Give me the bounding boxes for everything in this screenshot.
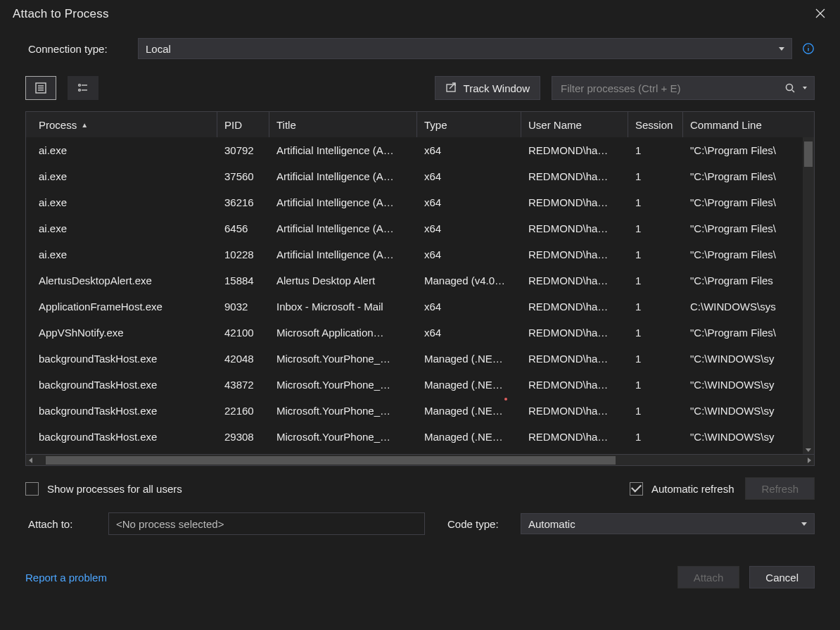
cell-command: "C:\Program Files\ [683, 327, 798, 339]
column-title[interactable]: Title [269, 112, 417, 137]
cell-process: ai.exe [26, 170, 217, 182]
table-row[interactable]: AppVShNotify.exe42100Microsoft Applicati… [26, 320, 814, 346]
connection-type-label: Connection type: [28, 43, 128, 55]
cell-session: 1 [628, 196, 683, 208]
table-body: ai.exe30792Artificial Intelligence (A…x6… [26, 137, 814, 454]
cell-user: REDMOND\ha… [521, 301, 628, 313]
table-row[interactable]: ApplicationFrameHost.exe9032Inbox - Micr… [26, 294, 814, 320]
chevron-right-icon[interactable] [808, 458, 811, 463]
filter-processes-input[interactable] [559, 82, 777, 95]
cell-title: Artificial Intelligence (A… [269, 222, 417, 234]
column-session[interactable]: Session [628, 112, 683, 137]
cell-process: ai.exe [26, 196, 217, 208]
cell-title: Microsoft Application… [269, 327, 417, 339]
vertical-scrollbar[interactable] [803, 137, 814, 454]
scrollbar-thumb[interactable] [804, 141, 813, 167]
cell-session: 1 [628, 405, 683, 417]
cell-title: Artificial Intelligence (A… [269, 144, 417, 156]
cell-user: REDMOND\ha… [521, 379, 628, 391]
search-icon [784, 82, 796, 94]
cell-command: "C:\Program Files\ [683, 170, 798, 182]
scrollbar-thumb[interactable] [46, 456, 616, 465]
table-row[interactable]: ai.exe30792Artificial Intelligence (A…x6… [26, 137, 814, 163]
cancel-button[interactable]: Cancel [749, 566, 815, 588]
table-row[interactable]: backgroundTaskHost.exe43872Microsoft.You… [26, 372, 814, 398]
table-row[interactable]: AlertusDesktopAlert.exe15884Alertus Desk… [26, 267, 814, 294]
cell-command: "C:\WINDOWS\sy [683, 379, 798, 391]
attach-to-label: Attach to: [28, 518, 98, 530]
automatic-refresh-checkbox[interactable]: Automatic refresh [630, 482, 734, 496]
table-row[interactable]: backgroundTaskHost.exe42048Microsoft.You… [26, 346, 814, 372]
cell-title: Alertus Desktop Alert [269, 275, 417, 286]
code-type-value: Automatic [528, 518, 575, 530]
svg-point-4 [808, 46, 808, 46]
column-process[interactable]: Process▲ [26, 112, 217, 137]
table-row[interactable]: ai.exe37560Artificial Intelligence (A…x6… [26, 163, 814, 189]
table-row[interactable]: ai.exe36216Artificial Intelligence (A…x6… [26, 189, 814, 215]
cell-title: Microsoft.YourPhone_… [269, 431, 417, 443]
close-icon[interactable] [815, 8, 827, 20]
cell-pid: 6456 [217, 222, 269, 234]
table-header: Process▲ PID Title Type User Name Sessio… [26, 112, 814, 137]
cell-title: Microsoft.YourPhone_… [269, 379, 417, 391]
cell-process: ai.exe [26, 144, 217, 156]
column-type[interactable]: Type [417, 112, 521, 137]
attach-to-field[interactable]: <No process selected> [108, 512, 425, 535]
cell-title: Artificial Intelligence (A… [269, 196, 417, 208]
track-window-button[interactable]: Track Window [435, 76, 540, 100]
cell-process: ai.exe [26, 248, 217, 260]
code-type-label: Code type: [447, 518, 511, 530]
report-problem-link[interactable]: Report a problem [25, 572, 107, 584]
cell-user: REDMOND\ha… [521, 196, 628, 208]
cell-user: REDMOND\ha… [521, 248, 628, 260]
cell-pid: 42048 [217, 353, 269, 365]
chevron-down-icon[interactable] [806, 448, 811, 452]
connection-type-dropdown[interactable]: Local [138, 38, 792, 59]
column-user-name[interactable]: User Name [521, 112, 628, 137]
cell-session: 1 [628, 379, 683, 391]
column-command-line[interactable]: Command Line [683, 112, 798, 137]
table-row[interactable]: backgroundTaskHost.exe22160Microsoft.You… [26, 398, 814, 424]
cell-session: 1 [628, 170, 683, 182]
cell-pid: 10228 [217, 248, 269, 260]
cell-session: 1 [628, 222, 683, 234]
cell-user: REDMOND\ha… [521, 170, 628, 182]
filter-processes-box[interactable] [552, 76, 815, 100]
checkbox-icon [25, 482, 39, 496]
cell-title: Artificial Intelligence (A… [269, 170, 417, 182]
cell-type: x64 [417, 222, 521, 234]
table-row[interactable]: backgroundTaskHost.exe29308Microsoft.You… [26, 424, 814, 450]
cell-type: x64 [417, 196, 521, 208]
cell-pid: 42100 [217, 327, 269, 339]
view-details-button[interactable] [25, 76, 56, 100]
svg-rect-13 [447, 84, 455, 92]
info-icon[interactable] [802, 42, 815, 55]
horizontal-scrollbar[interactable] [25, 455, 815, 466]
cell-type: x64 [417, 170, 521, 182]
cell-type: Managed (v4.0… [417, 275, 521, 286]
cell-user: REDMOND\ha… [521, 222, 628, 234]
table-row[interactable]: ai.exe10228Artificial Intelligence (A…x6… [26, 241, 814, 267]
cell-pid: 43872 [217, 379, 269, 391]
cell-title: Artificial Intelligence (A… [269, 248, 417, 260]
chevron-down-icon[interactable] [803, 87, 807, 89]
annotation-dot [504, 398, 507, 401]
cell-session: 1 [628, 327, 683, 339]
cell-process: backgroundTaskHost.exe [26, 353, 217, 365]
chevron-left-icon[interactable] [29, 458, 32, 463]
cell-title: Microsoft.YourPhone_… [269, 353, 417, 365]
view-tree-button[interactable] [68, 76, 98, 100]
refresh-button: Refresh [745, 477, 815, 500]
footer: Report a problem Attach Cancel [0, 538, 840, 596]
automatic-refresh-label: Automatic refresh [651, 483, 734, 495]
table-row[interactable]: ai.exe6456Artificial Intelligence (A…x64… [26, 215, 814, 241]
cell-pid: 36216 [217, 196, 269, 208]
connection-row: Connection type: Local [0, 35, 840, 62]
cell-session: 1 [628, 248, 683, 260]
chevron-down-icon [779, 47, 784, 51]
code-type-dropdown[interactable]: Automatic [521, 513, 815, 534]
connection-type-value: Local [146, 43, 171, 55]
sort-ascending-icon: ▲ [81, 121, 88, 129]
column-pid[interactable]: PID [217, 112, 269, 137]
show-all-users-checkbox[interactable]: Show processes for all users [25, 482, 182, 496]
